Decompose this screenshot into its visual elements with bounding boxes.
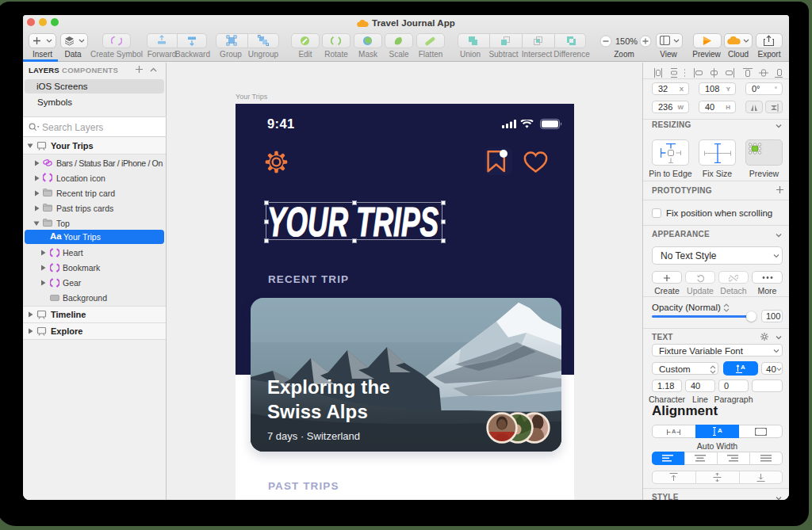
svg-text:A: A xyxy=(672,428,676,435)
svg-text:A: A xyxy=(741,364,745,371)
svg-text:A: A xyxy=(718,427,722,434)
